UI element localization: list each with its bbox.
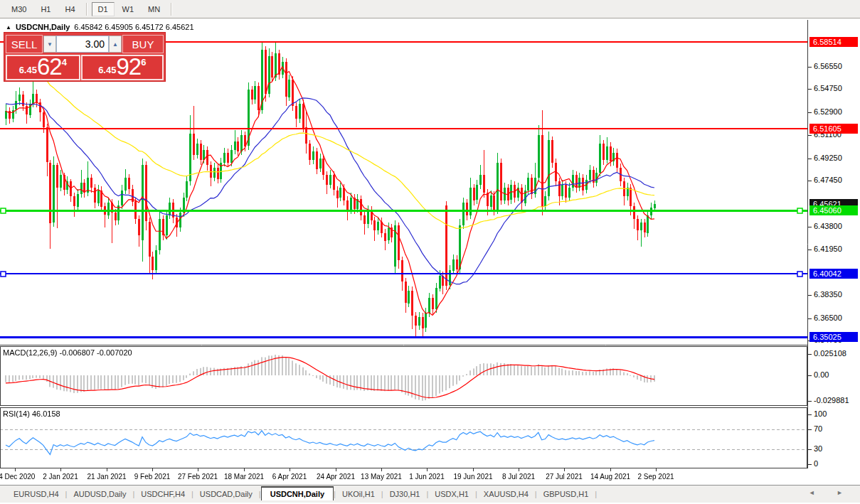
buy-price-prefix: 6.45 — [98, 65, 116, 75]
axis-tick — [808, 354, 812, 355]
sell-price-button[interactable]: 6.45 62 4 — [6, 55, 80, 80]
date-tick — [473, 468, 474, 471]
toolbar-separator — [171, 3, 172, 16]
date-label: 8 Jul 2021 — [502, 473, 535, 481]
axis-tick — [808, 401, 812, 402]
date-label: 9 Feb 2021 — [134, 473, 171, 481]
volume-input[interactable] — [56, 36, 109, 53]
date-tick — [15, 468, 16, 471]
toolbar-separator — [86, 3, 87, 16]
date-tick — [564, 468, 565, 471]
buy-price-big: 92 — [116, 56, 141, 77]
chart-tab-eurusd-h4[interactable]: EURUSD,H4 — [7, 488, 65, 500]
chart-window: ▲ USDCNH,Daily 6.45842 6.45905 6.45172 6… — [0, 20, 860, 468]
date-tick — [381, 468, 382, 471]
price-axis[interactable]: 6.565506.547506.529006.511006.492506.474… — [808, 20, 860, 468]
timeframe-toolbar: M30H1H4D1W1MN — [0, 0, 860, 18]
timeframe-button-w1[interactable]: W1 — [116, 2, 141, 16]
tab-scroll-arrows[interactable]: ◄ ► — [809, 489, 853, 496]
chart-tab-bar: EURUSD,H4|AUDUSD,Daily|USDCHF,H4|USDCAD,… — [0, 485, 860, 503]
buy-price-button[interactable]: 6.45 92 6 — [81, 55, 164, 80]
date-tick — [427, 468, 428, 471]
macd-indicator-label: MACD(12,26,9) -0.006807 -0.007020 — [3, 348, 132, 357]
chart-tab-usdx-h1[interactable]: USDX,H1 — [428, 488, 475, 500]
hline-price-flag: 6.51605 — [809, 124, 858, 134]
axis-tick-label: 6.38350 — [814, 290, 842, 299]
axis-tick-label: 6.41950 — [814, 245, 842, 253]
chart-tab-usdcad-daily[interactable]: USDCAD,Daily — [193, 488, 259, 500]
buy-price-pip: 6 — [141, 57, 146, 68]
axis-tick-label: 6.49250 — [814, 154, 842, 162]
date-axis[interactable]: 14 Dec 20202 Jan 202121 Jan 20219 Feb 20… — [0, 468, 860, 485]
volume-decrease-button[interactable]: ▼ — [43, 36, 56, 53]
date-tick — [152, 468, 153, 471]
date-tick — [519, 468, 519, 471]
mt4-window: { "toolbar": {"timeframes": ["M30","H1",… — [0, 0, 860, 504]
axis-tick-label: 6.52900 — [814, 107, 842, 116]
date-label: 1 Jun 2021 — [409, 473, 445, 481]
date-tick — [107, 468, 107, 471]
axis-tick-label: 6.43800 — [814, 222, 842, 230]
axis-tick — [808, 250, 812, 250]
date-tick — [336, 468, 336, 471]
date-label: 24 Apr 2021 — [317, 473, 355, 481]
chart-tab-usdcnh-daily[interactable]: USDCNH,Daily — [261, 486, 334, 500]
sell-button[interactable]: SELL — [6, 35, 43, 53]
chart-tab-gbpusd-h1[interactable]: GBPUSD,H1 — [537, 488, 595, 500]
hline-price-flag: 6.45060 — [809, 205, 858, 215]
chart-tab-ukoil-h1[interactable]: UKOil,H1 — [336, 488, 381, 500]
date-label: 21 Jan 2021 — [87, 473, 126, 481]
date-tick — [290, 468, 290, 471]
hline-price-flag: 6.40042 — [809, 269, 858, 279]
axis-tick — [808, 89, 812, 90]
axis-tick — [808, 295, 812, 296]
date-label: 18 Mar 2021 — [224, 473, 264, 481]
axis-tick-label: 100 — [814, 409, 827, 418]
chart-tab-dj30-h1[interactable]: DJ30,H1 — [383, 488, 427, 500]
hline-price-flag: 6.35025 — [809, 332, 858, 342]
axis-tick-label: 30 — [814, 444, 822, 453]
buy-button[interactable]: BUY — [122, 35, 164, 53]
timeframe-button-m30[interactable]: M30 — [5, 2, 33, 16]
axis-tick-label: 6.36500 — [814, 313, 842, 322]
sell-price-prefix: 6.45 — [19, 65, 37, 75]
date-label: 13 May 2021 — [361, 473, 402, 481]
axis-tick — [808, 227, 812, 227]
timeframe-button-h4[interactable]: H4 — [58, 2, 81, 16]
axis-tick-label: -0.029881 — [814, 396, 849, 404]
axis-tick-label: 6.54750 — [814, 84, 842, 92]
timeframe-button-h1[interactable]: H1 — [34, 2, 57, 16]
one-click-trade-panel: SELL ▼ ▲ BUY 6.45 62 4 6.45 92 6 — [4, 32, 166, 82]
date-label: 2 Sep 2021 — [637, 473, 674, 481]
axis-tick-label: 70 — [814, 424, 822, 433]
axis-tick — [808, 464, 812, 465]
symbol-name: USDCNH,Daily — [16, 23, 70, 31]
axis-tick-label: 6.56550 — [814, 62, 842, 70]
date-label: 19 Jun 2021 — [453, 473, 492, 481]
axis-tick-label: 0.025108 — [814, 349, 846, 358]
timeframe-button-d1[interactable]: D1 — [92, 2, 115, 16]
tab-separator: | — [595, 490, 597, 498]
symbol-header: ▲ USDCNH,Daily 6.45842 6.45905 6.45172 6… — [6, 23, 194, 31]
date-label: 14 Aug 2021 — [590, 473, 630, 481]
chart-canvas[interactable] — [0, 20, 808, 468]
volume-increase-button[interactable]: ▲ — [109, 36, 122, 53]
axis-tick — [808, 159, 812, 159]
date-label: 14 Dec 2020 — [0, 473, 35, 481]
timeframe-button-mn[interactable]: MN — [142, 2, 166, 16]
date-tick — [610, 468, 611, 471]
chart-collapse-icon[interactable]: ▲ — [6, 24, 11, 31]
date-label: 27 Jul 2021 — [546, 473, 583, 481]
chart-tab-usdchf-h4[interactable]: USDCHF,H4 — [134, 488, 191, 500]
date-tick — [198, 468, 198, 471]
axis-tick-label: 6.47450 — [814, 176, 842, 184]
chart-tab-audusd-daily[interactable]: AUDUSD,Daily — [67, 488, 132, 500]
date-tick — [656, 468, 657, 471]
axis-tick — [808, 112, 812, 113]
sell-price-pip: 4 — [62, 57, 67, 68]
axis-tick — [808, 318, 812, 319]
date-label: 27 Feb 2021 — [178, 473, 218, 481]
date-label: 6 Apr 2021 — [272, 473, 307, 481]
chart-tab-xauusd-h4[interactable]: XAUUSD,H4 — [477, 488, 535, 500]
axis-tick — [808, 181, 812, 181]
